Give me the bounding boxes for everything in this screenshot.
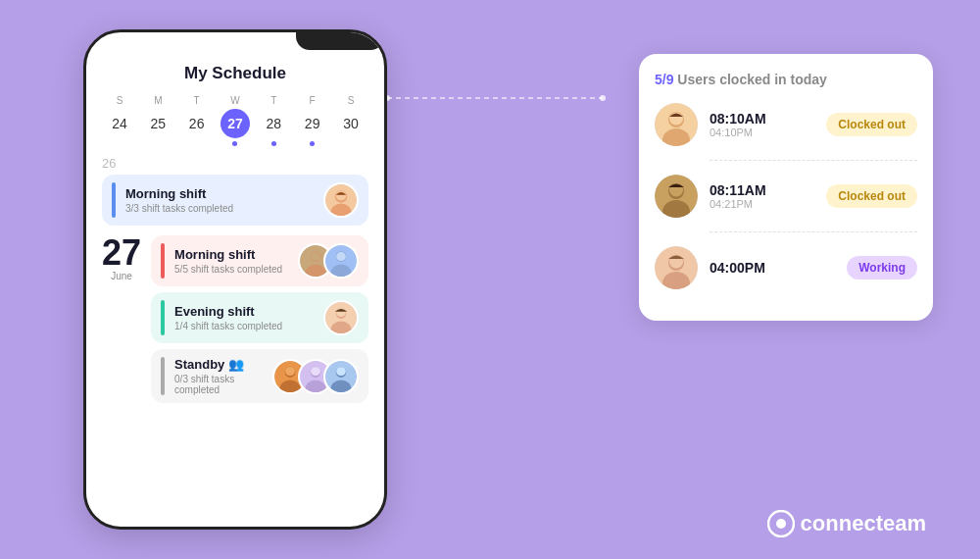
svg-point-30 [600, 95, 606, 101]
shift-card-27-morning[interactable]: Morning shift 5/5 shift tasks completed [151, 235, 368, 286]
svg-point-11 [336, 252, 346, 261]
divider-1 [710, 160, 917, 161]
cal-day-fri29[interactable]: F 29 [295, 95, 330, 146]
avatar-group-27-standby [272, 359, 359, 394]
clock-avatar-1 [655, 103, 698, 146]
cal-day-wed27[interactable]: W 27 [218, 95, 253, 146]
shift-name-27-evening: Evening shift [174, 304, 323, 319]
clock-out-1: 04:10PM [710, 127, 826, 138]
svg-point-44 [776, 519, 786, 529]
svg-point-7 [311, 252, 320, 261]
brand-logo-icon [767, 510, 795, 537]
svg-point-29 [387, 95, 390, 101]
clock-avatar-2 [655, 175, 698, 218]
status-badge-3: Working [847, 256, 917, 280]
brand-name: connecteam [801, 511, 926, 536]
clock-row-3: 04:00PM Working [655, 246, 917, 289]
clock-avatar-3 [655, 246, 698, 289]
brand: connecteam [767, 510, 926, 537]
cal-day-sun24[interactable]: S 24 [102, 95, 137, 146]
avatar-group-27-morning [298, 243, 359, 279]
svg-point-27 [336, 367, 346, 376]
shift-tasks-27-morning: 5/5 shift tasks completed [174, 264, 298, 275]
clock-row-1: 08:10AM 04:10PM Clocked out [655, 103, 917, 146]
phone-mockup: My Schedule S 24 M 25 T 26 W 27 [83, 29, 387, 530]
divider-2 [710, 231, 917, 232]
cal-day-sat30[interactable]: S 30 [333, 95, 368, 146]
shift-avatar-26 [323, 182, 359, 218]
clock-in-1: 08:10AM [710, 111, 826, 127]
shift-name-26-morning: Morning shift [125, 186, 323, 201]
phone-title: My Schedule [102, 64, 368, 83]
avatar-27-evening [323, 300, 359, 335]
shift-bar-blue [112, 182, 116, 218]
clock-in-3: 04:00PM [710, 260, 847, 276]
panel-title: 5/9 Users clocked in today [655, 72, 917, 87]
day27-num: 27 [102, 235, 141, 271]
clock-in-2: 08:11AM [710, 182, 826, 198]
shift-bar-gray [161, 357, 165, 395]
shift-name-27-standby: Standby 👥 [174, 357, 272, 372]
cal-day-mon25[interactable]: M 25 [140, 95, 175, 146]
shift-tasks-26-morning: 3/3 shift tasks completed [125, 203, 323, 214]
shift-tasks-27-evening: 1/4 shift tasks completed [174, 321, 323, 331]
shift-bar-pink [161, 243, 165, 279]
svg-point-23 [311, 367, 320, 376]
calendar-strip: S 24 M 25 T 26 W 27 T 28 [102, 95, 368, 146]
panel-count: 5/9 [655, 72, 673, 87]
shift-card-27-evening[interactable]: Evening shift 1/4 shift tasks completed [151, 292, 368, 343]
avatar-27-morning-2 [323, 243, 359, 279]
shift-tasks-27-standby: 0/3 shift tasks completed [174, 374, 272, 395]
cal-day-thu28[interactable]: T 28 [256, 95, 291, 146]
svg-point-19 [285, 367, 295, 376]
shift-card-day26-morning[interactable]: Morning shift 3/3 shift tasks completed [102, 175, 368, 226]
clock-out-2: 04:21PM [710, 198, 826, 210]
day27-section: 27 June Morning shift 5/5 shift tasks co… [102, 235, 368, 409]
clock-row-2: 08:11AM 04:21PM Clocked out [655, 175, 917, 218]
status-badge-2: Clocked out [826, 184, 917, 208]
avatar-standby-3 [323, 359, 359, 394]
shift-bar-teal [161, 300, 165, 335]
day26-section: 26 Morning shift 3/3 shift tasks complet… [102, 156, 368, 226]
right-panel: 5/9 Users clocked in today 08:10AM 04:10… [639, 54, 933, 321]
day27-cards: Morning shift 5/5 shift tasks completed [151, 235, 368, 409]
phone-notch [296, 32, 384, 50]
connector-line [387, 88, 612, 206]
day26-label: 26 [102, 156, 368, 171]
shift-card-27-standby[interactable]: Standby 👥 0/3 shift tasks completed [151, 349, 368, 403]
cal-day-tue26[interactable]: T 26 [179, 95, 215, 146]
shift-name-27-morning: Morning shift [174, 247, 298, 262]
status-badge-1: Clocked out [826, 113, 917, 136]
